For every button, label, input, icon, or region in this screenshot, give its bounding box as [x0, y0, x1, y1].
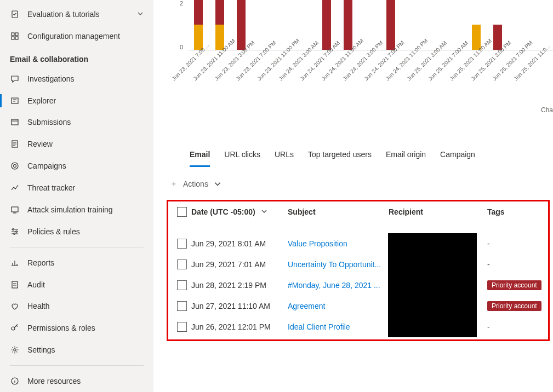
cell-subject[interactable]: Value Proposition — [288, 239, 389, 248]
column-header-tags[interactable]: Tags — [487, 207, 542, 216]
svg-rect-1 — [12, 33, 14, 36]
info-icon — [10, 376, 20, 386]
chart-icon — [10, 258, 20, 268]
subject-link[interactable]: #Monday, June 28, 2021 ... — [288, 281, 380, 290]
cell-subject[interactable]: Uncertainty To Opportunit... — [288, 260, 389, 269]
svg-point-13 — [14, 233, 15, 235]
sidebar-item-health[interactable]: Health — [0, 296, 153, 318]
sidebar-item-label: Configuration management — [27, 32, 145, 41]
row-check[interactable] — [173, 322, 191, 332]
gear-icon — [10, 345, 20, 355]
sidebar-item-settings[interactable]: Settings — [0, 339, 153, 361]
sidebar-item-label: Permissions & roles — [27, 324, 145, 332]
sidebar-item-label: Health — [27, 302, 145, 310]
tab-campaign[interactable]: Campaign — [440, 145, 475, 167]
tab-email[interactable]: Email — [190, 145, 210, 167]
sidebar-item-investigations[interactable]: Investigations — [0, 68, 153, 90]
sidebar-item-more[interactable]: More resources — [0, 370, 153, 392]
sidebar-item-threat-tracker[interactable]: Threat tracker — [0, 177, 153, 199]
table-row[interactable]: Jun 26, 2021 12:01 PMIdeal Client Profil… — [168, 316, 548, 337]
tag-chip: Priority account — [487, 280, 541, 290]
sidebar-item-reports[interactable]: Reports — [0, 252, 153, 274]
main-content: 2 0 Jun 23, 2021 7:00 ...Jun 23, 2021 11… — [153, 0, 553, 392]
tab-url-clicks[interactable]: URL clicks — [224, 145, 260, 167]
redaction-mask — [388, 296, 477, 316]
sidebar-item-label: Policies & rules — [27, 227, 145, 236]
cell-subject[interactable]: Ideal Client Profile — [288, 322, 389, 331]
sidebar-item-policies[interactable]: Policies & rules — [0, 221, 153, 243]
cell-subject[interactable]: #Monday, June 28, 2021 ... — [288, 281, 389, 290]
row-check[interactable] — [173, 280, 191, 290]
checkbox-icon — [177, 280, 187, 290]
actions-bar[interactable]: ＋ Actions — [153, 167, 553, 199]
chevron-down-icon — [261, 207, 267, 216]
sidebar-item-review[interactable]: Review — [0, 133, 153, 155]
sidebar: Evaluation & tutorials Configuration man… — [0, 0, 153, 392]
row-check[interactable] — [173, 301, 191, 311]
tab-email-origin[interactable]: Email origin — [386, 145, 426, 167]
chevron-down-icon — [137, 10, 145, 18]
sidebar-item-audit[interactable]: Audit — [0, 274, 153, 296]
threat-chart: 2 0 Jun 23, 2021 7:00 ...Jun 23, 2021 11… — [153, 0, 553, 99]
checkbox-icon — [177, 301, 187, 311]
tab-urls[interactable]: URLs — [275, 145, 294, 167]
cell-date: Jun 28, 2021 2:19 PM — [191, 281, 288, 290]
sidebar-item-permissions[interactable]: Permissions & roles — [0, 317, 153, 339]
cell-date: Jun 29, 2021 7:01 AM — [191, 260, 288, 269]
cell-subject[interactable]: Agreement — [288, 302, 389, 310]
clipboard-check-icon — [10, 9, 20, 19]
y-tick: 2 — [180, 0, 183, 7]
grid-icon — [10, 31, 20, 41]
sidebar-item-label: Threat tracker — [27, 183, 145, 192]
cell-tags: Priority account — [487, 280, 542, 290]
cell-date: Jun 29, 2021 8:01 AM — [191, 239, 288, 248]
column-header-recipient[interactable]: Recipient — [389, 207, 487, 216]
subject-link[interactable]: Agreement — [288, 302, 325, 310]
sidebar-item-explorer[interactable]: Explorer — [0, 90, 153, 112]
explorer-icon — [10, 96, 20, 106]
table-row[interactable]: Jun 27, 2021 11:10 AMAgreementPriority a… — [168, 296, 548, 316]
audit-icon — [10, 280, 20, 290]
sidebar-item-label: Review — [27, 140, 145, 148]
tab-top-targeted-users[interactable]: Top targeted users — [308, 145, 372, 167]
select-all[interactable] — [173, 207, 191, 217]
cell-tags: Priority account — [487, 301, 542, 311]
svg-rect-3 — [12, 37, 14, 39]
sidebar-item-evaluation[interactable]: Evaluation & tutorials — [0, 3, 153, 25]
svg-point-16 — [14, 349, 16, 351]
checkbox-icon — [177, 239, 187, 249]
table-row[interactable]: Jun 28, 2021 2:19 PM#Monday, June 28, 20… — [168, 275, 548, 296]
svg-point-8 — [12, 163, 18, 169]
svg-rect-14 — [12, 281, 18, 288]
svg-rect-4 — [15, 37, 18, 39]
chart-y-axis: 2 0 — [153, 0, 186, 50]
sidebar-item-label: Evaluation & tutorials — [27, 10, 129, 19]
sidebar-item-config-mgmt[interactable]: Configuration management — [0, 25, 153, 47]
table-row[interactable]: Jun 29, 2021 8:01 AMValue Proposition- — [168, 233, 548, 254]
svg-point-15 — [12, 327, 15, 330]
sidebar-item-label: Attack simulation training — [27, 205, 145, 214]
sidebar-item-label: Audit — [27, 280, 145, 289]
key-icon — [10, 323, 20, 333]
sidebar-item-submissions[interactable]: Submissions — [0, 112, 153, 134]
subject-link[interactable]: Value Proposition — [288, 239, 347, 248]
subject-link[interactable]: Ideal Client Profile — [288, 322, 350, 331]
row-check[interactable] — [173, 260, 191, 269]
redaction-mask — [388, 275, 477, 296]
column-header-date[interactable]: Date (UTC -05:00) — [191, 207, 288, 216]
attack-icon — [10, 205, 20, 215]
redaction-mask — [388, 316, 477, 337]
subject-link[interactable]: Uncertainty To Opportunit... — [288, 260, 381, 269]
column-header-subject[interactable]: Subject — [288, 207, 389, 216]
tab-bar: EmailURL clicksURLsTop targeted usersEma… — [153, 131, 553, 167]
sidebar-item-campaigns[interactable]: Campaigns — [0, 155, 153, 177]
sidebar-section-email: Email & collaboration — [0, 47, 153, 68]
chat-icon — [10, 74, 20, 84]
row-check[interactable] — [173, 239, 191, 249]
cell-tags: - — [487, 260, 542, 269]
table-header-row: Date (UTC -05:00) Subject Recipient Tags — [168, 201, 548, 233]
sidebar-item-label: Campaigns — [27, 162, 145, 170]
table-row[interactable]: Jun 29, 2021 7:01 AMUncertainty To Oppor… — [168, 254, 548, 275]
svg-rect-6 — [12, 119, 18, 125]
sidebar-item-attack-sim[interactable]: Attack simulation training — [0, 199, 153, 221]
